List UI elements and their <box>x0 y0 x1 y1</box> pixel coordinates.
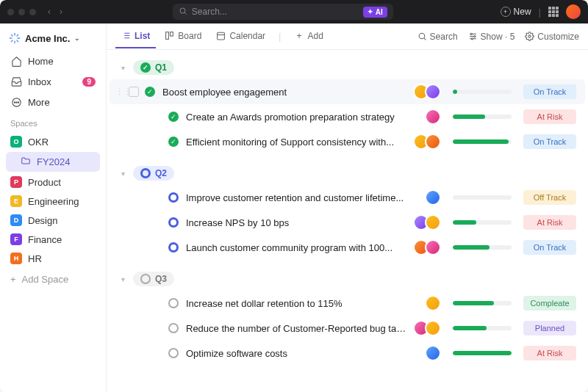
status-chip[interactable]: At Risk <box>523 346 576 360</box>
task-row[interactable]: ⋮⋮ Improve customer retention and custom… <box>110 185 585 210</box>
task-row[interactable]: ⋮⋮ ✓ Create an Awards promotion preparat… <box>110 104 585 129</box>
task-name[interactable]: Improve customer retention and customer … <box>184 192 419 203</box>
user-avatar[interactable] <box>566 4 581 19</box>
sidebar-space-hr[interactable]: HHR <box>6 249 100 268</box>
collapse-toggle-icon[interactable]: ▾ <box>118 64 127 72</box>
task-status-icon[interactable]: ✓ <box>168 112 179 122</box>
task-status-icon[interactable]: ✓ <box>145 87 155 97</box>
drag-handle-icon[interactable]: ⋮⋮ <box>115 87 123 97</box>
group-pill[interactable]: ✓Q1 <box>133 60 174 75</box>
global-search-input[interactable]: Search... AI <box>173 4 393 20</box>
task-status-icon[interactable]: ✓ <box>168 137 179 147</box>
progress-bar <box>453 139 512 144</box>
checkbox[interactable] <box>129 87 139 97</box>
sidebar-item-home[interactable]: Home <box>6 51 100 70</box>
sidebar-space-finance[interactable]: FFinance <box>6 230 100 249</box>
task-status-icon[interactable] <box>168 298 179 308</box>
nav-forward-icon[interactable]: › <box>57 5 65 18</box>
task-row[interactable]: ⋮⋮ Increase net dollar retention to 115%… <box>110 291 585 316</box>
assignee-avatar[interactable] <box>425 295 441 311</box>
status-chip[interactable]: At Risk <box>523 109 576 124</box>
task-name[interactable]: Increase net dollar retention to 115% <box>184 298 419 309</box>
task-name[interactable]: Reduce the number of Customer-Reported b… <box>184 323 407 334</box>
group-header-q1[interactable]: ▾✓Q1 <box>110 56 585 79</box>
progress-bar <box>453 90 512 94</box>
assignee-avatar[interactable] <box>425 189 441 206</box>
assignee-avatar[interactable] <box>425 239 441 255</box>
topbar: ‹ › Search... AI + New | <box>0 0 588 23</box>
status-chip[interactable]: Off Track <box>523 190 576 205</box>
view-tab-board[interactable]: Board <box>159 25 207 48</box>
assignee-avatar[interactable] <box>425 84 441 100</box>
nav-back-icon[interactable]: ‹ <box>45 5 54 18</box>
group-header-q3[interactable]: ▾Q3 <box>110 267 585 291</box>
view-toolbar: List Board Calendar | + Add <box>107 23 588 50</box>
toolbar-show-button[interactable]: Show · 5 <box>468 32 515 42</box>
window-controls[interactable] <box>7 9 36 15</box>
status-chip[interactable]: At Risk <box>523 215 576 230</box>
space-label: Finance <box>28 234 62 245</box>
task-status-icon[interactable] <box>168 217 179 228</box>
progress-bar <box>453 351 512 355</box>
task-status-icon[interactable] <box>168 192 179 203</box>
task-status-icon[interactable] <box>168 242 179 253</box>
folder-icon <box>21 156 31 168</box>
task-status-icon[interactable] <box>168 348 179 358</box>
sidebar-item-inbox[interactable]: Inbox 9 <box>6 72 100 91</box>
add-view-button[interactable]: + Add <box>288 25 329 48</box>
task-row[interactable]: ⋮⋮ Launch customer community program wit… <box>110 235 585 260</box>
sidebar-folder-fy2024[interactable]: FY2024 <box>6 152 100 172</box>
status-chip[interactable]: On Track <box>523 84 576 99</box>
group-pill[interactable]: Q2 <box>133 166 174 181</box>
assignees[interactable] <box>413 320 441 336</box>
assignee-avatar[interactable] <box>425 345 441 361</box>
group-pill[interactable]: Q3 <box>133 272 174 286</box>
toolbar-customize-button[interactable]: Customize <box>525 32 579 42</box>
assignee-avatar[interactable] <box>425 109 441 125</box>
assignees[interactable] <box>413 134 441 150</box>
sidebar-space-product[interactable]: PProduct <box>6 173 100 192</box>
assignee-avatar[interactable] <box>425 214 441 231</box>
space-badge: D <box>10 214 22 226</box>
sidebar-space-engineering[interactable]: EEngineering <box>6 192 100 211</box>
task-name[interactable]: Create an Awards promotion preparation s… <box>184 112 419 123</box>
assignee-avatar[interactable] <box>425 134 441 150</box>
collapse-toggle-icon[interactable]: ▾ <box>118 275 127 283</box>
status-chip[interactable]: On Track <box>523 240 576 255</box>
task-row[interactable]: ⋮⋮ ✓ Boost employee engagement On Track <box>110 79 585 104</box>
assignees[interactable] <box>425 295 441 311</box>
collapse-toggle-icon[interactable]: ▾ <box>118 170 127 178</box>
status-chip[interactable]: On Track <box>523 134 576 149</box>
task-name[interactable]: Optimize software costs <box>184 348 419 359</box>
assignees[interactable] <box>425 109 441 125</box>
assignees[interactable] <box>413 84 441 100</box>
task-name[interactable]: Boost employee engagement <box>161 87 407 98</box>
ai-button[interactable]: AI <box>363 7 387 18</box>
new-button[interactable]: + New <box>501 7 531 17</box>
apps-grid-icon[interactable] <box>548 7 559 17</box>
task-row[interactable]: ⋮⋮ Optimize software costs At Risk <box>110 341 585 366</box>
task-row[interactable]: ⋮⋮ Increase NPS by 10 bps At Risk <box>110 210 585 235</box>
toolbar-search-button[interactable]: Search <box>417 32 458 42</box>
group-header-q2[interactable]: ▾Q2 <box>110 161 585 185</box>
sidebar-space-design[interactable]: DDesign <box>6 211 100 230</box>
view-tab-list[interactable]: List <box>115 25 156 48</box>
sidebar-item-more[interactable]: More <box>6 92 100 112</box>
task-name[interactable]: Increase NPS by 10 bps <box>184 217 407 228</box>
task-name[interactable]: Efficient monitoring of Support consiste… <box>184 137 407 148</box>
assignees[interactable] <box>425 189 441 206</box>
workspace-switcher[interactable]: Acme Inc. ⌄ <box>6 29 100 50</box>
status-chip[interactable]: Planned <box>523 321 576 335</box>
sidebar-space-okr[interactable]: OOKR <box>6 132 100 151</box>
status-chip[interactable]: Compleate <box>523 296 576 311</box>
assignee-avatar[interactable] <box>425 320 441 336</box>
task-status-icon[interactable] <box>168 323 179 333</box>
task-row[interactable]: ⋮⋮ Reduce the number of Customer-Reporte… <box>110 316 585 341</box>
task-row[interactable]: ⋮⋮ ✓ Efficient monitoring of Support con… <box>110 129 585 154</box>
assignees[interactable] <box>425 345 441 361</box>
assignees[interactable] <box>413 239 441 255</box>
task-name[interactable]: Launch customer community program with 1… <box>184 242 407 253</box>
assignees[interactable] <box>413 214 441 231</box>
add-space-button[interactable]: + Add Space <box>6 269 100 289</box>
view-tab-calendar[interactable]: Calendar <box>210 25 271 48</box>
